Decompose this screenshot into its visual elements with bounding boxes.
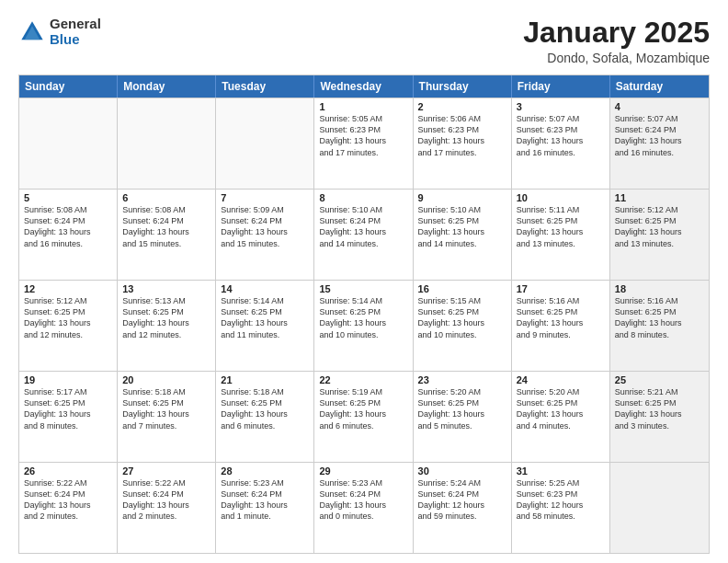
empty-cell-4-6 [610,463,709,553]
day-info: Sunrise: 5:15 AM Sunset: 6:25 PM Dayligh… [418,295,506,340]
day-number: 30 [418,465,506,477]
calendar-body: 1Sunrise: 5:05 AM Sunset: 6:23 PM Daylig… [19,98,709,553]
day-number: 11 [615,192,704,203]
day-number: 2 [418,101,506,112]
day-info: Sunrise: 5:09 AM Sunset: 6:24 PM Dayligh… [221,204,309,249]
day-number: 19 [24,374,112,385]
day-cell-29: 29Sunrise: 5:23 AM Sunset: 6:24 PM Dayli… [314,463,413,553]
day-number: 8 [319,192,407,203]
day-cell-21: 21Sunrise: 5:18 AM Sunset: 6:25 PM Dayli… [216,372,314,462]
day-info: Sunrise: 5:11 AM Sunset: 6:25 PM Dayligh… [517,204,605,249]
day-number: 23 [418,374,506,385]
day-number: 14 [221,283,309,294]
day-info: Sunrise: 5:14 AM Sunset: 6:25 PM Dayligh… [221,295,309,340]
day-number: 10 [517,192,605,203]
day-info: Sunrise: 5:13 AM Sunset: 6:25 PM Dayligh… [122,295,210,340]
day-info: Sunrise: 5:18 AM Sunset: 6:25 PM Dayligh… [221,386,309,431]
day-cell-26: 26Sunrise: 5:22 AM Sunset: 6:24 PM Dayli… [19,463,118,553]
day-info: Sunrise: 5:05 AM Sunset: 6:23 PM Dayligh… [319,113,407,158]
day-number: 17 [517,283,605,294]
day-cell-5: 5Sunrise: 5:08 AM Sunset: 6:24 PM Daylig… [19,190,118,280]
weekday-header-sunday: Sunday [19,75,118,98]
calendar-row-2: 12Sunrise: 5:12 AM Sunset: 6:25 PM Dayli… [19,280,709,371]
calendar-row-3: 19Sunrise: 5:17 AM Sunset: 6:25 PM Dayli… [19,371,709,462]
day-number: 22 [319,374,407,385]
day-cell-28: 28Sunrise: 5:23 AM Sunset: 6:24 PM Dayli… [216,463,314,553]
logo-icon [18,18,46,46]
weekday-header-monday: Monday [118,75,216,98]
day-number: 20 [122,374,210,385]
logo: General Blue [18,17,101,47]
day-cell-1: 1Sunrise: 5:05 AM Sunset: 6:23 PM Daylig… [314,98,413,189]
weekday-header-saturday: Saturday [610,75,709,98]
calendar: SundayMondayTuesdayWednesdayThursdayFrid… [18,75,710,554]
day-cell-30: 30Sunrise: 5:24 AM Sunset: 6:24 PM Dayli… [414,463,512,553]
weekday-header-wednesday: Wednesday [314,75,413,98]
day-number: 28 [221,465,309,477]
weekday-header-tuesday: Tuesday [216,75,314,98]
day-info: Sunrise: 5:18 AM Sunset: 6:25 PM Dayligh… [122,386,210,431]
day-number: 5 [24,192,112,203]
day-cell-24: 24Sunrise: 5:20 AM Sunset: 6:25 PM Dayli… [512,372,610,462]
day-number: 6 [122,192,210,203]
day-number: 16 [418,283,506,294]
day-info: Sunrise: 5:16 AM Sunset: 6:25 PM Dayligh… [615,295,704,340]
day-cell-16: 16Sunrise: 5:15 AM Sunset: 6:25 PM Dayli… [414,281,512,371]
empty-cell-0-1 [118,98,216,189]
day-number: 31 [517,465,605,477]
weekday-header-friday: Friday [512,75,610,98]
day-info: Sunrise: 5:20 AM Sunset: 6:25 PM Dayligh… [418,386,506,431]
day-cell-13: 13Sunrise: 5:13 AM Sunset: 6:25 PM Dayli… [118,281,216,371]
day-number: 25 [615,374,704,385]
location: Dondo, Sofala, Mozambique [523,51,710,65]
day-info: Sunrise: 5:07 AM Sunset: 6:24 PM Dayligh… [615,113,704,158]
day-info: Sunrise: 5:14 AM Sunset: 6:25 PM Dayligh… [319,295,407,340]
day-cell-23: 23Sunrise: 5:20 AM Sunset: 6:25 PM Dayli… [414,372,512,462]
day-info: Sunrise: 5:19 AM Sunset: 6:25 PM Dayligh… [319,386,407,431]
day-info: Sunrise: 5:08 AM Sunset: 6:24 PM Dayligh… [24,204,112,249]
empty-cell-0-0 [19,98,118,189]
page: General Blue January 2025 Dondo, Sofala,… [0,0,728,563]
day-number: 1 [319,101,407,112]
header: General Blue January 2025 Dondo, Sofala,… [18,17,710,65]
day-cell-22: 22Sunrise: 5:19 AM Sunset: 6:25 PM Dayli… [314,372,413,462]
day-number: 27 [122,465,210,477]
day-info: Sunrise: 5:08 AM Sunset: 6:24 PM Dayligh… [122,204,210,249]
day-info: Sunrise: 5:12 AM Sunset: 6:25 PM Dayligh… [615,204,704,249]
calendar-row-4: 26Sunrise: 5:22 AM Sunset: 6:24 PM Dayli… [19,462,709,553]
day-cell-17: 17Sunrise: 5:16 AM Sunset: 6:25 PM Dayli… [512,281,610,371]
day-cell-19: 19Sunrise: 5:17 AM Sunset: 6:25 PM Dayli… [19,372,118,462]
day-info: Sunrise: 5:24 AM Sunset: 6:24 PM Dayligh… [418,477,506,523]
day-info: Sunrise: 5:06 AM Sunset: 6:23 PM Dayligh… [418,113,506,158]
day-info: Sunrise: 5:22 AM Sunset: 6:24 PM Dayligh… [122,477,210,523]
day-number: 24 [517,374,605,385]
day-number: 13 [122,283,210,294]
title-block: January 2025 Dondo, Sofala, Mozambique [523,17,710,65]
day-cell-20: 20Sunrise: 5:18 AM Sunset: 6:25 PM Dayli… [118,372,216,462]
day-info: Sunrise: 5:17 AM Sunset: 6:25 PM Dayligh… [24,386,112,431]
day-cell-12: 12Sunrise: 5:12 AM Sunset: 6:25 PM Dayli… [19,281,118,371]
day-info: Sunrise: 5:07 AM Sunset: 6:23 PM Dayligh… [517,113,605,158]
day-info: Sunrise: 5:25 AM Sunset: 6:23 PM Dayligh… [517,477,605,523]
day-number: 12 [24,283,112,294]
day-cell-14: 14Sunrise: 5:14 AM Sunset: 6:25 PM Dayli… [216,281,314,371]
day-cell-4: 4Sunrise: 5:07 AM Sunset: 6:24 PM Daylig… [610,98,709,189]
day-info: Sunrise: 5:23 AM Sunset: 6:24 PM Dayligh… [319,477,407,523]
day-info: Sunrise: 5:23 AM Sunset: 6:24 PM Dayligh… [221,477,309,523]
logo-text: General Blue [50,17,101,47]
day-number: 3 [517,101,605,112]
empty-cell-0-2 [216,98,314,189]
day-number: 21 [221,374,309,385]
month-title: January 2025 [523,17,710,49]
day-cell-8: 8Sunrise: 5:10 AM Sunset: 6:24 PM Daylig… [314,190,413,280]
day-cell-3: 3Sunrise: 5:07 AM Sunset: 6:23 PM Daylig… [512,98,610,189]
day-info: Sunrise: 5:22 AM Sunset: 6:24 PM Dayligh… [24,477,112,523]
day-number: 15 [319,283,407,294]
day-info: Sunrise: 5:21 AM Sunset: 6:25 PM Dayligh… [615,386,704,431]
calendar-row-1: 5Sunrise: 5:08 AM Sunset: 6:24 PM Daylig… [19,189,709,280]
logo-blue: Blue [50,32,101,48]
day-cell-25: 25Sunrise: 5:21 AM Sunset: 6:25 PM Dayli… [610,372,709,462]
day-info: Sunrise: 5:16 AM Sunset: 6:25 PM Dayligh… [517,295,605,340]
day-number: 7 [221,192,309,203]
calendar-header: SundayMondayTuesdayWednesdayThursdayFrid… [19,75,709,98]
